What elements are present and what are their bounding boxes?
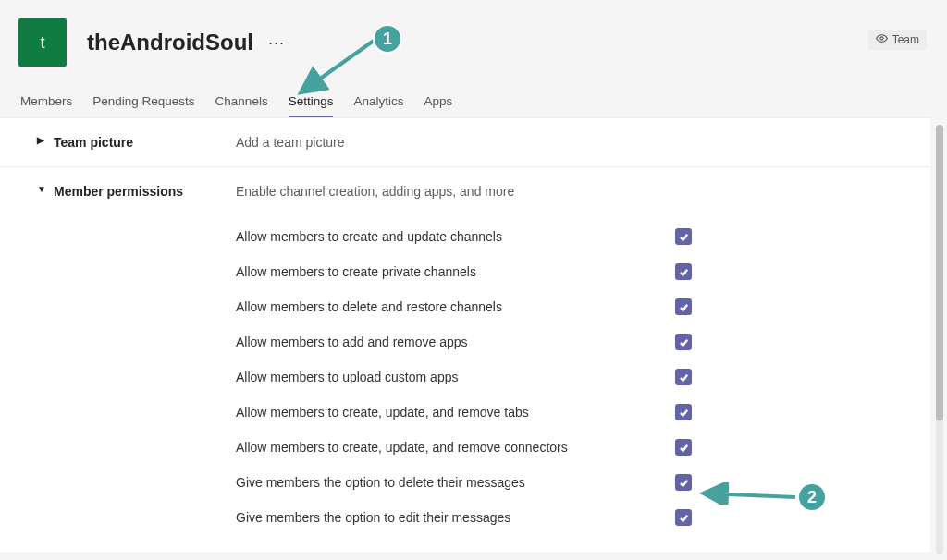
section-member-permissions-header[interactable]: ▼ Member permissions [37, 184, 236, 535]
permission-checkbox[interactable] [675, 474, 692, 491]
section-title: Member permissions [54, 184, 183, 199]
permission-row: Allow members to delete and restore chan… [236, 289, 903, 324]
permission-checkbox[interactable] [675, 334, 692, 350]
tab-members[interactable]: Members [20, 94, 72, 117]
section-description: Add a team picture [236, 135, 903, 150]
scrollbar-thumb[interactable] [936, 125, 943, 420]
permission-label: Allow members to create private channels [236, 264, 675, 279]
permission-label: Allow members to create, update, and rem… [236, 440, 675, 455]
permission-checkbox[interactable] [675, 404, 692, 420]
tab-pending-requests[interactable]: Pending Requests [92, 94, 194, 117]
team-privacy-badge[interactable]: Team [868, 30, 927, 50]
tab-channels[interactable]: Channels [215, 94, 268, 117]
permission-checkbox[interactable] [675, 509, 692, 526]
permission-checkbox[interactable] [675, 439, 692, 456]
annotation-step-1: 1 [373, 24, 402, 54]
tabs-row: Members Pending Requests Channels Settin… [0, 67, 947, 117]
team-header: t theAndroidSoul ··· Team [0, 0, 947, 67]
team-title: theAndroidSoul [87, 30, 253, 55]
permission-row: Allow members to upload custom apps [236, 359, 903, 395]
section-member-permissions: ▼ Member permissions Enable channel crea… [0, 167, 930, 552]
eye-icon [876, 32, 888, 47]
permission-label: Allow members to upload custom apps [236, 370, 675, 384]
annotation-step-2: 2 [797, 482, 827, 512]
team-badge-label: Team [892, 33, 919, 46]
svg-point-0 [880, 37, 883, 40]
permission-row: Allow members to create private channels [236, 254, 903, 289]
team-avatar: t [18, 18, 67, 67]
tab-apps[interactable]: Apps [424, 94, 452, 117]
caret-right-icon: ▶ [37, 135, 44, 145]
permission-label: Allow members to create and update chann… [236, 229, 675, 244]
permission-checkbox[interactable] [675, 369, 692, 385]
permission-checkbox[interactable] [675, 228, 692, 245]
section-description: Enable channel creation, adding apps, an… [236, 184, 903, 199]
permission-label: Give members the option to delete their … [236, 475, 675, 490]
permission-label: Allow members to add and remove apps [236, 335, 675, 349]
scrollbar[interactable] [936, 125, 943, 554]
permission-label: Allow members to create, update, and rem… [236, 405, 675, 420]
permission-label: Give members the option to edit their me… [236, 510, 675, 525]
permission-row: Allow members to create, update, and rem… [236, 430, 903, 465]
section-team-picture[interactable]: ▶ Team picture Add a team picture [0, 118, 930, 167]
permission-row: Allow members to add and remove apps [236, 324, 903, 359]
permission-label: Allow members to delete and restore chan… [236, 299, 675, 314]
tab-analytics[interactable]: Analytics [353, 94, 403, 117]
section-title: Team picture [54, 135, 133, 150]
settings-content: ▶ Team picture Add a team picture ▼ Memb… [0, 117, 930, 552]
permission-row: Allow members to create and update chann… [236, 219, 903, 254]
permission-checkbox[interactable] [675, 263, 692, 280]
permission-row: Allow members to create, update, and rem… [236, 395, 903, 430]
caret-down-icon: ▼ [37, 184, 44, 194]
permission-checkbox[interactable] [675, 298, 692, 315]
more-options-button[interactable]: ··· [263, 30, 290, 56]
tab-settings[interactable]: Settings [289, 94, 334, 117]
